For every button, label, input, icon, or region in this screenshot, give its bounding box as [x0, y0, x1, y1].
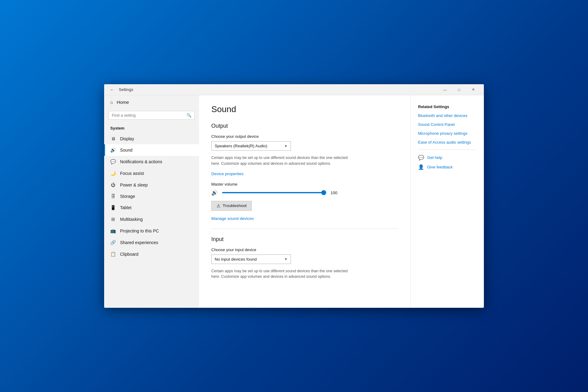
sidebar-item-label-focus: Focus assist — [120, 171, 144, 176]
sidebar-item-label-display: Display — [120, 136, 134, 141]
output-info-text: Certain apps may be set up to use differ… — [211, 155, 352, 167]
related-link-bluetooth[interactable]: Bluetooth and other devices — [418, 113, 477, 118]
get-help-label: Get help — [427, 155, 442, 160]
sidebar-item-shared[interactable]: 🔗 Shared experiences — [104, 237, 199, 248]
maximize-button[interactable]: □ — [452, 84, 466, 95]
volume-slider-thumb[interactable] — [321, 190, 326, 195]
section-divider — [211, 228, 398, 229]
volume-slider[interactable] — [222, 192, 326, 193]
clipboard-icon: 📋 — [110, 251, 116, 257]
sidebar-item-label-shared: Shared experiences — [120, 240, 158, 245]
page-title: Sound — [211, 104, 398, 114]
tablet-icon: 📱 — [110, 205, 116, 210]
sidebar-item-display[interactable]: 🖥 Display — [104, 133, 199, 144]
main-layout: ⌂ Home 🔍 System 🖥 Display 🔊 Sound 💬 Noti… — [104, 95, 484, 308]
sidebar-item-label-multitasking: Multitasking — [120, 217, 143, 222]
sidebar-item-label-sound: Sound — [120, 148, 132, 153]
notifications-icon: 💬 — [110, 159, 116, 164]
output-dropdown-arrow: ▼ — [284, 144, 288, 148]
give-feedback-row[interactable]: 👤 Give feedback — [418, 164, 477, 170]
power-icon: ⏻ — [110, 182, 116, 187]
volume-value: 100 — [330, 190, 340, 195]
sidebar: ⌂ Home 🔍 System 🖥 Display 🔊 Sound 💬 Noti… — [104, 95, 199, 308]
display-icon: 🖥 — [110, 136, 116, 141]
sidebar-home[interactable]: ⌂ Home — [104, 95, 199, 109]
input-device-value: No input devices found — [215, 257, 257, 262]
troubleshoot-label: Troubleshoot — [223, 203, 247, 208]
search-box[interactable]: 🔍 — [108, 111, 195, 120]
volume-icon: 🔊 — [211, 190, 218, 196]
close-button[interactable]: ✕ — [466, 84, 480, 95]
device-properties-link[interactable]: Device properties — [211, 172, 243, 176]
sidebar-section-title: System — [104, 125, 199, 133]
master-volume-label: Master volume — [211, 182, 398, 187]
sidebar-item-label-tablet: Tablet — [120, 205, 131, 210]
give-feedback-icon: 👤 — [418, 164, 424, 170]
sidebar-item-notifications[interactable]: 💬 Notifications & actions — [104, 156, 199, 168]
input-device-dropdown[interactable]: No input devices found ▼ — [211, 254, 291, 264]
output-device-dropdown[interactable]: Speakers (Realtek(R) Audio) ▼ — [211, 141, 291, 151]
input-section-title: Input — [211, 236, 398, 243]
sidebar-item-projecting[interactable]: 📺 Projecting to this PC — [104, 225, 199, 237]
sidebar-item-label-power: Power & sleep — [120, 183, 148, 187]
titlebar: ← Settings — □ ✕ — [104, 84, 484, 95]
storage-icon: 🗄 — [110, 194, 116, 199]
give-feedback-label: Give feedback — [427, 165, 453, 169]
input-device-label: Choose your input device — [211, 247, 398, 252]
sidebar-item-label-projecting: Projecting to this PC — [120, 228, 159, 233]
get-help-row[interactable]: 💬 Get help — [418, 155, 477, 160]
search-input[interactable] — [109, 111, 183, 119]
sidebar-item-sound[interactable]: 🔊 Sound — [104, 144, 199, 156]
window-title: Settings — [119, 87, 438, 92]
sidebar-item-focus[interactable]: 🌙 Focus assist — [104, 168, 199, 179]
output-device-label: Choose your output device — [211, 134, 398, 139]
shared-icon: 🔗 — [110, 240, 116, 245]
get-help-icon: 💬 — [418, 155, 424, 160]
window-controls: — □ ✕ — [438, 84, 480, 95]
warning-icon: ⚠ — [217, 203, 221, 208]
projecting-icon: 📺 — [110, 228, 116, 234]
volume-row: 🔊 100 — [211, 190, 398, 196]
sidebar-item-power[interactable]: ⏻ Power & sleep — [104, 179, 199, 190]
sidebar-item-tablet[interactable]: 📱 Tablet — [104, 202, 199, 213]
input-dropdown-arrow: ▼ — [284, 257, 288, 261]
related-settings-panel: Related Settings Bluetooth and other dev… — [410, 95, 484, 308]
sidebar-item-label-notifications: Notifications & actions — [120, 159, 162, 164]
sidebar-item-storage[interactable]: 🗄 Storage — [104, 190, 199, 202]
search-icon: 🔍 — [183, 111, 194, 119]
home-icon: ⌂ — [110, 100, 113, 105]
related-settings-title: Related Settings — [418, 104, 477, 109]
output-device-value: Speakers (Realtek(R) Audio) — [215, 144, 267, 148]
sidebar-item-multitasking[interactable]: ⊞ Multitasking — [104, 213, 199, 225]
sound-icon: 🔊 — [110, 147, 116, 153]
volume-section: Master volume 🔊 100 — [211, 182, 398, 196]
multitasking-icon: ⊞ — [110, 217, 116, 222]
focus-icon: 🌙 — [110, 171, 116, 176]
manage-sound-devices-link[interactable]: Manage sound devices — [211, 216, 254, 221]
related-divider — [418, 149, 477, 150]
back-button[interactable]: ← — [108, 85, 116, 94]
troubleshoot-button[interactable]: ⚠ Troubleshoot — [211, 201, 252, 211]
input-info-text: Certain apps may be set up to use differ… — [211, 268, 352, 280]
sidebar-item-clipboard[interactable]: 📋 Clipboard — [104, 248, 199, 260]
sidebar-item-label-clipboard: Clipboard — [120, 252, 138, 257]
output-section-title: Output — [211, 123, 398, 129]
related-link-microphone[interactable]: Microphone privacy settings — [418, 131, 477, 136]
minimize-button[interactable]: — — [438, 84, 452, 95]
home-label: Home — [117, 100, 129, 105]
settings-window: ← Settings — □ ✕ ⌂ Home 🔍 System 🖥 Displ… — [104, 84, 484, 308]
sidebar-item-label-storage: Storage — [120, 194, 135, 199]
content-area: Sound Output Choose your output device S… — [199, 95, 410, 308]
related-link-sound-control[interactable]: Sound Control Panel — [418, 122, 477, 127]
related-link-ease-access[interactable]: Ease of Access audio settings — [418, 140, 477, 145]
